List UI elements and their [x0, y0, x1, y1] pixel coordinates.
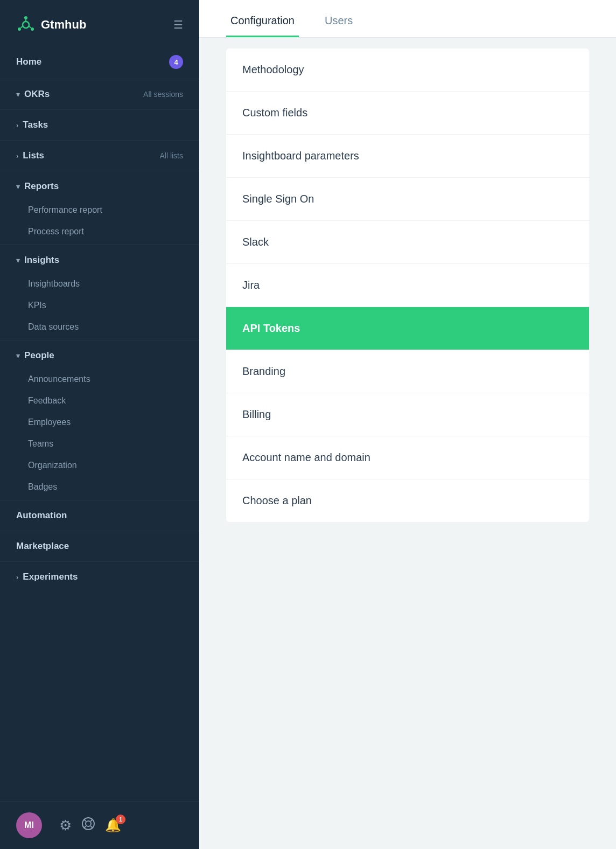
logo-area: Gtmhub — [16, 15, 86, 34]
sidebar-item-people[interactable]: ▾ People — [0, 343, 199, 368]
people-chevron: ▾ — [16, 352, 20, 360]
people-label: People — [24, 350, 54, 361]
home-badge: 4 — [169, 55, 183, 69]
svg-point-8 — [86, 821, 91, 826]
sidebar-item-organization[interactable]: Organization — [0, 455, 199, 476]
gtmhub-logo-icon — [16, 15, 36, 34]
teams-label: Teams — [28, 439, 53, 449]
sidebar-item-okrs[interactable]: ▾ OKRs All sessions — [0, 81, 199, 107]
experiments-label: Experiments — [23, 572, 78, 582]
sidebar-item-insightboards[interactable]: Insightboards — [0, 273, 199, 295]
collapse-icon[interactable]: ☰ — [173, 18, 183, 31]
user-avatar[interactable]: MI — [16, 812, 42, 838]
reports-chevron: ▾ — [16, 183, 20, 191]
sidebar-item-feedback[interactable]: Feedback — [0, 390, 199, 412]
config-item-methodology[interactable]: Methodology — [226, 48, 589, 92]
sidebar: Gtmhub ☰ Home 4 ▾ OKRs All sessions › Ta… — [0, 0, 199, 849]
sidebar-item-data-sources[interactable]: Data sources — [0, 316, 199, 338]
sidebar-nav: Home 4 ▾ OKRs All sessions › Tasks › Lis… — [0, 47, 199, 801]
config-item-api-tokens[interactable]: API Tokens — [226, 307, 589, 350]
svg-point-1 — [24, 16, 27, 19]
performance-report-label: Performance report — [28, 205, 102, 215]
settings-icon[interactable]: ⚙ — [59, 817, 72, 834]
kpis-label: KPIs — [28, 301, 46, 310]
config-card: Methodology Custom fields Insightboard p… — [226, 48, 589, 522]
svg-point-3 — [18, 27, 21, 31]
config-item-billing[interactable]: Billing — [226, 393, 589, 436]
svg-line-5 — [29, 26, 31, 28]
process-report-label: Process report — [28, 227, 84, 236]
svg-point-2 — [31, 27, 34, 31]
okrs-chevron: ▾ — [16, 91, 20, 99]
sidebar-item-process-report[interactable]: Process report — [0, 221, 199, 242]
sidebar-footer: MI ⚙ 🔔 1 — [0, 801, 199, 849]
okrs-label: OKRs — [24, 89, 50, 100]
config-item-jira[interactable]: Jira — [226, 264, 589, 307]
feedback-label: Feedback — [28, 396, 66, 406]
sidebar-item-announcements[interactable]: Announcements — [0, 368, 199, 390]
config-item-account-name-domain[interactable]: Account name and domain — [226, 436, 589, 479]
sidebar-item-employees[interactable]: Employees — [0, 412, 199, 433]
notifications-icon[interactable]: 🔔 1 — [105, 818, 121, 833]
reports-label: Reports — [24, 181, 59, 192]
sidebar-item-automation[interactable]: Automation — [0, 503, 199, 528]
config-list: Methodology Custom fields Insightboard p… — [199, 38, 616, 849]
insightboards-label: Insightboards — [28, 279, 80, 289]
help-icon[interactable] — [81, 817, 95, 834]
config-item-choose-plan[interactable]: Choose a plan — [226, 479, 589, 522]
config-item-insightboard-parameters[interactable]: Insightboard parameters — [226, 135, 589, 178]
automation-label: Automation — [16, 510, 67, 521]
svg-line-11 — [84, 826, 86, 828]
svg-line-12 — [91, 826, 93, 828]
okrs-sublabel: All sessions — [143, 90, 183, 99]
sidebar-item-teams[interactable]: Teams — [0, 433, 199, 455]
sidebar-item-home[interactable]: Home 4 — [0, 47, 199, 76]
employees-label: Employees — [28, 417, 71, 427]
home-label: Home — [16, 57, 41, 67]
config-item-custom-fields[interactable]: Custom fields — [226, 92, 589, 135]
sidebar-item-insights[interactable]: ▾ Insights — [0, 247, 199, 273]
badges-label: Badges — [28, 482, 57, 492]
tab-configuration[interactable]: Configuration — [226, 3, 299, 37]
config-item-branding[interactable]: Branding — [226, 350, 589, 393]
sidebar-item-tasks[interactable]: › Tasks — [0, 112, 199, 138]
experiments-chevron: › — [16, 573, 18, 581]
notifications-badge: 1 — [116, 815, 125, 824]
sidebar-item-performance-report[interactable]: Performance report — [0, 199, 199, 221]
svg-line-10 — [91, 819, 93, 821]
lists-sublabel: All lists — [159, 151, 183, 160]
marketplace-label: Marketplace — [16, 541, 69, 552]
tasks-chevron: › — [16, 121, 18, 129]
organization-label: Organization — [28, 461, 77, 470]
main-content: Configuration Users Methodology Custom f… — [199, 0, 616, 849]
sidebar-item-experiments[interactable]: › Experiments — [0, 564, 199, 590]
tasks-label: Tasks — [23, 120, 48, 130]
svg-line-6 — [21, 26, 23, 28]
footer-icons: ⚙ 🔔 1 — [59, 817, 121, 834]
sidebar-item-reports[interactable]: ▾ Reports — [0, 173, 199, 199]
announcements-label: Announcements — [28, 374, 90, 384]
lists-chevron: › — [16, 152, 18, 160]
svg-line-9 — [84, 819, 86, 821]
sidebar-item-kpis[interactable]: KPIs — [0, 295, 199, 316]
tabs-header: Configuration Users — [199, 0, 616, 38]
avatar-initials: MI — [24, 820, 34, 830]
tab-users[interactable]: Users — [320, 3, 357, 37]
svg-point-0 — [23, 22, 29, 28]
config-item-slack[interactable]: Slack — [226, 221, 589, 264]
app-name: Gtmhub — [41, 18, 86, 32]
lists-label: Lists — [23, 150, 44, 161]
sidebar-item-badges[interactable]: Badges — [0, 476, 199, 498]
sidebar-header: Gtmhub ☰ — [0, 0, 199, 47]
sidebar-item-marketplace[interactable]: Marketplace — [0, 533, 199, 559]
insights-label: Insights — [24, 255, 59, 266]
sidebar-item-lists[interactable]: › Lists All lists — [0, 143, 199, 169]
data-sources-label: Data sources — [28, 322, 79, 332]
config-item-single-sign-on[interactable]: Single Sign On — [226, 178, 589, 221]
insights-chevron: ▾ — [16, 256, 20, 265]
